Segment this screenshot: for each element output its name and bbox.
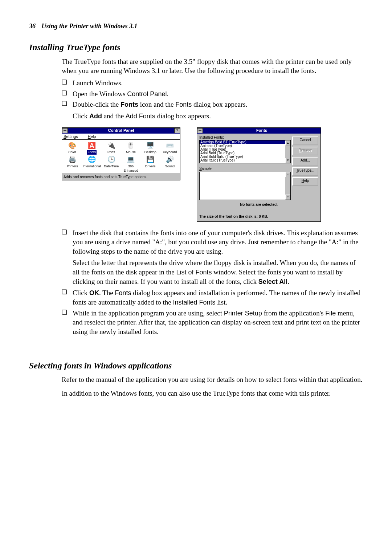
- running-title: Using the Printer with Windows 3.1: [42, 23, 138, 30]
- step-launch-windows: Launch Windows.: [62, 78, 363, 88]
- step-click-ok: Click OK. The Fonts dialog box appears a…: [62, 288, 363, 307]
- control-panel-window: — Control Panel ▾ Settings Help 🎨Color 🅰…: [62, 127, 180, 181]
- scroll-down-icon[interactable]: ▾: [285, 158, 290, 163]
- screenshot-row: — Control Panel ▾ Settings Help 🎨Color 🅰…: [62, 127, 363, 222]
- fonts-icon[interactable]: 🅰️Fonts: [83, 141, 101, 154]
- installed-fonts-list[interactable]: Amerigo Bold BT (TrueType) Animals (True…: [199, 140, 285, 163]
- steps-list-b: Insert the disk that contains the fonts …: [62, 228, 363, 336]
- intro-paragraph: The TrueType fonts that are supplied on …: [62, 57, 363, 76]
- ports-icon[interactable]: 🔌Ports: [102, 141, 121, 154]
- status-bar: Adds and removes fonts and sets TrueType…: [62, 174, 180, 180]
- sample-scrollbar[interactable]: ▴ ▾: [285, 172, 291, 200]
- drivers-icon[interactable]: 💾Drivers: [141, 155, 159, 173]
- system-menu-icon[interactable]: —: [62, 128, 68, 133]
- steps-list-a: Launch Windows. Open the Windows Control…: [62, 78, 363, 121]
- system-menu-icon[interactable]: —: [197, 128, 203, 133]
- step-select-drive: Select the letter that represents the dr…: [73, 258, 363, 286]
- desktop-icon[interactable]: 🖥️Desktop: [141, 141, 159, 154]
- scroll-up-icon[interactable]: ▴: [285, 172, 290, 177]
- mouse-icon[interactable]: 🖱️Mouse: [122, 141, 140, 154]
- truetype-button[interactable]: TrueType...: [292, 167, 318, 176]
- scroll-up-icon[interactable]: ▴: [285, 140, 290, 146]
- color-icon[interactable]: 🎨Color: [63, 141, 81, 154]
- fonts-dialog: — Fonts Installed Fonts: Amerigo Bold BT…: [197, 127, 321, 222]
- window-title: Fonts: [203, 128, 320, 133]
- dialog-buttons: Cancel Remove Add... TrueType... Help: [292, 136, 318, 186]
- step-insert-disk: Insert the disk that contains the fonts …: [62, 228, 363, 286]
- help-button[interactable]: Help: [292, 177, 318, 186]
- datetime-icon[interactable]: 🕒Date/Time: [102, 155, 121, 173]
- page-number: 36: [29, 23, 36, 30]
- selecting-p2: In addition to the Windows fonts, you ca…: [62, 389, 363, 398]
- control-panel-body: 🎨Color 🅰️Fonts 🔌Ports 🖱️Mouse 🖥️Desktop …: [62, 140, 180, 173]
- menubar: Settings Help: [62, 134, 180, 140]
- section-heading-selecting: Selecting fonts in Windows applications: [29, 360, 363, 371]
- minimize-icon[interactable]: ▾: [174, 128, 180, 133]
- step-click-add: Click Add and the Add Fonts dialog box a…: [73, 111, 363, 121]
- selecting-p1: Refer to the manual of the application y…: [62, 375, 363, 384]
- running-header: 36 Using the Printer with Windows 3.1: [29, 22, 363, 30]
- step-printer-setup: While in the application program you are…: [62, 309, 363, 336]
- 386enhanced-icon[interactable]: 💻386 Enhanced: [122, 155, 140, 173]
- keyboard-icon[interactable]: ⌨️Keyboard: [161, 141, 179, 154]
- cancel-button[interactable]: Cancel: [292, 136, 318, 145]
- window-title: Control Panel: [68, 128, 174, 133]
- font-size-line: The size of the font on the disk is: 0 K…: [199, 214, 318, 219]
- list-scrollbar[interactable]: ▴ ▾: [285, 140, 291, 163]
- list-item[interactable]: Arial Italic (TrueType): [200, 159, 285, 162]
- printers-icon[interactable]: 🖨️Printers: [63, 155, 81, 173]
- sample-box: [199, 172, 285, 200]
- menu-settings[interactable]: Settings: [64, 134, 82, 139]
- no-fonts-selected: No fonts are selected.: [199, 202, 318, 207]
- menu-help[interactable]: Help: [88, 134, 96, 139]
- titlebar: — Fonts: [197, 128, 320, 134]
- add-button[interactable]: Add...: [292, 157, 318, 166]
- sound-icon[interactable]: 🔊Sound: [161, 155, 179, 173]
- scroll-down-icon[interactable]: ▾: [285, 195, 290, 200]
- step-open-control-panel: Open the Windows Control Panel.: [62, 89, 363, 99]
- titlebar: — Control Panel ▾: [62, 128, 180, 134]
- step-double-click-fonts: Double-click the Fonts icon and the Font…: [62, 100, 363, 121]
- international-icon[interactable]: 🌐International: [83, 155, 101, 173]
- section-heading-installing: Installing TrueType fonts: [29, 41, 363, 53]
- remove-button[interactable]: Remove: [292, 147, 318, 155]
